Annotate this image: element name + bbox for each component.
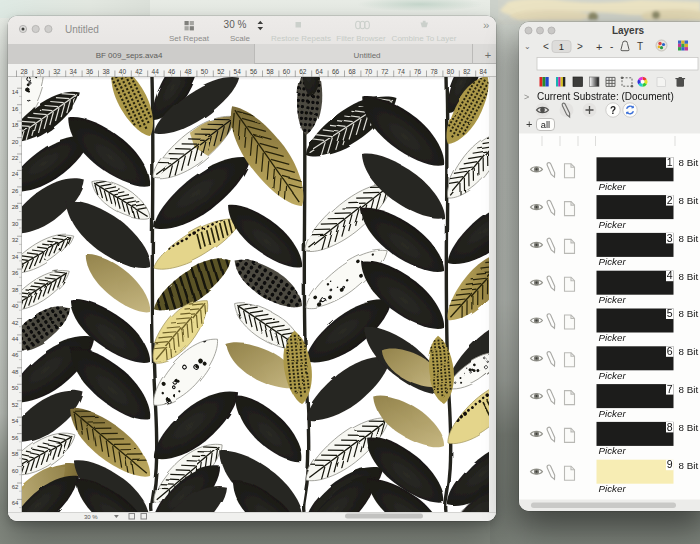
svg-text:BF 009_seps.ava4: BF 009_seps.ava4 (96, 51, 163, 60)
svg-text:8 Bit: 8 Bit (679, 195, 699, 206)
svg-text:Picker: Picker (599, 332, 627, 343)
svg-text:46: 46 (168, 68, 176, 75)
svg-text:2: 2 (667, 194, 673, 206)
svg-text:8 Bit: 8 Bit (679, 157, 699, 168)
svg-text:38: 38 (12, 287, 19, 293)
svg-text:1: 1 (667, 156, 673, 168)
svg-text:32: 32 (12, 237, 19, 243)
svg-text:8 Bit: 8 Bit (679, 422, 699, 433)
svg-text:18: 18 (12, 122, 19, 128)
svg-text:68: 68 (348, 68, 356, 75)
svg-text:Combine To Layer: Combine To Layer (392, 34, 457, 43)
svg-text:?: ? (610, 105, 616, 116)
svg-text:28: 28 (20, 68, 28, 75)
svg-text:78: 78 (430, 68, 438, 75)
svg-text:»: » (483, 19, 489, 31)
svg-text:56: 56 (250, 68, 258, 75)
svg-text:24: 24 (12, 171, 19, 177)
svg-text:56: 56 (12, 435, 19, 441)
svg-text:Scale: Scale (230, 34, 251, 43)
svg-text:80: 80 (447, 68, 455, 75)
svg-text:8 Bit: 8 Bit (679, 460, 699, 471)
svg-text:52: 52 (217, 68, 225, 75)
svg-text:48: 48 (184, 68, 192, 75)
svg-text:Set Repeat: Set Repeat (169, 34, 210, 43)
svg-text:30: 30 (12, 221, 19, 227)
svg-text:Picker: Picker (599, 181, 627, 192)
svg-text:6: 6 (667, 345, 673, 357)
svg-text:40: 40 (12, 303, 19, 309)
svg-text:Picker: Picker (599, 483, 627, 494)
svg-text:42: 42 (135, 68, 143, 75)
svg-text:8 Bit: 8 Bit (679, 308, 699, 319)
svg-text:40: 40 (119, 68, 127, 75)
svg-text:30: 30 (37, 68, 45, 75)
svg-text:52: 52 (12, 402, 19, 408)
svg-text:8 Bit: 8 Bit (679, 233, 699, 244)
svg-text:30 %: 30 % (224, 19, 247, 30)
svg-text:Untitled: Untitled (353, 51, 380, 60)
svg-text:64: 64 (12, 500, 19, 506)
svg-text:+: + (596, 41, 602, 53)
svg-text:36: 36 (12, 270, 19, 276)
svg-text:50: 50 (12, 385, 19, 391)
svg-text:all: all (541, 120, 550, 130)
svg-text:Picker: Picker (599, 294, 627, 305)
svg-text:4: 4 (667, 269, 673, 281)
svg-text:28: 28 (12, 204, 19, 210)
svg-text:Untitled: Untitled (65, 24, 99, 35)
svg-text:Picker: Picker (599, 257, 627, 268)
svg-text:64: 64 (316, 68, 324, 75)
svg-text:50: 50 (201, 68, 209, 75)
svg-text:3: 3 (667, 232, 673, 244)
svg-text:48: 48 (12, 369, 19, 375)
svg-text:22: 22 (12, 155, 19, 161)
svg-text:42: 42 (12, 320, 19, 326)
svg-text:76: 76 (414, 68, 422, 75)
svg-text:8 Bit: 8 Bit (679, 271, 699, 282)
svg-text:>: > (577, 41, 583, 52)
svg-text:Layers: Layers (612, 25, 645, 36)
svg-text:62: 62 (299, 68, 307, 75)
svg-text:26: 26 (12, 188, 19, 194)
svg-text:20: 20 (12, 139, 19, 145)
svg-text:70: 70 (365, 68, 373, 75)
svg-text:82: 82 (463, 68, 471, 75)
svg-text:74: 74 (398, 68, 406, 75)
svg-text:⌄: ⌄ (524, 42, 531, 51)
svg-text:Picker: Picker (599, 219, 627, 230)
svg-text:34: 34 (70, 68, 78, 75)
svg-text:8 Bit: 8 Bit (679, 384, 699, 395)
svg-text:8: 8 (667, 421, 673, 433)
svg-text:Restore Repeats: Restore Repeats (271, 34, 331, 43)
svg-text:>: > (524, 92, 529, 102)
svg-text:44: 44 (12, 336, 19, 342)
svg-text:-: - (610, 41, 613, 52)
svg-text:58: 58 (12, 451, 19, 457)
svg-text:46: 46 (12, 352, 19, 358)
svg-text:1: 1 (559, 41, 564, 52)
svg-text:54: 54 (234, 68, 242, 75)
svg-text:5: 5 (667, 307, 673, 319)
svg-text:T: T (637, 41, 643, 52)
svg-text:36: 36 (86, 68, 94, 75)
svg-text:7: 7 (667, 383, 673, 395)
svg-text:Picker: Picker (599, 370, 627, 381)
svg-text:34: 34 (12, 254, 19, 260)
svg-text:60: 60 (12, 468, 19, 474)
svg-text:8 Bit: 8 Bit (679, 346, 699, 357)
svg-text:32: 32 (53, 68, 61, 75)
svg-text:Picker: Picker (599, 408, 627, 419)
svg-text:Filter Browser: Filter Browser (336, 34, 386, 43)
svg-text:+: + (526, 118, 532, 130)
svg-text:84: 84 (480, 68, 488, 75)
svg-text:38: 38 (102, 68, 110, 75)
svg-text:30 %: 30 % (84, 514, 98, 520)
svg-text:62: 62 (12, 484, 19, 490)
svg-text:44: 44 (152, 68, 160, 75)
svg-text:Current Substrate: (Document): Current Substrate: (Document) (537, 91, 674, 102)
svg-text:Picker: Picker (599, 446, 627, 457)
svg-text:14: 14 (12, 89, 19, 95)
svg-text:58: 58 (266, 68, 274, 75)
svg-text:9: 9 (667, 458, 673, 470)
